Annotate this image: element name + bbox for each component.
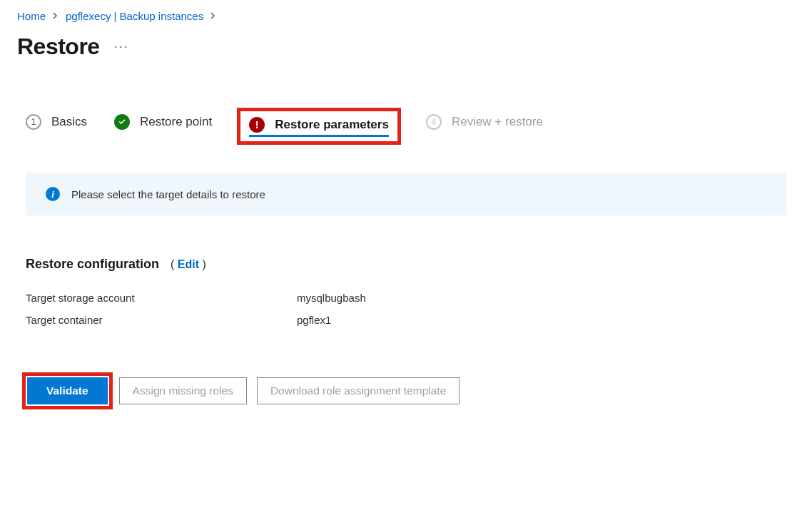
more-menu-icon[interactable]: ···: [114, 39, 129, 54]
step-label: Basics: [51, 115, 87, 129]
page-header: Restore ···: [0, 26, 812, 60]
restore-configuration-section: Restore configuration ( Edit ) Target st…: [26, 257, 786, 326]
row-target-container: Target container pgflex1: [26, 314, 786, 326]
chevron-right-icon: [210, 11, 216, 21]
download-role-assignment-template-button[interactable]: Download role assignment template: [257, 377, 460, 404]
edit-link[interactable]: Edit: [178, 258, 199, 270]
validate-highlight: Validate: [26, 376, 109, 406]
step-number-icon: 4: [426, 114, 442, 130]
row-value: pgflex1: [297, 314, 331, 326]
page-title: Restore: [17, 34, 100, 60]
chevron-right-icon: [53, 11, 59, 21]
breadcrumb-home[interactable]: Home: [17, 10, 46, 22]
error-circle-icon: !: [249, 117, 265, 133]
step-restore-parameters[interactable]: ! Restore parameters: [239, 110, 399, 143]
breadcrumb: Home pgflexecy | Backup instances: [0, 0, 812, 26]
row-key: Target storage account: [26, 292, 297, 304]
assign-missing-roles-button[interactable]: Assign missing roles: [119, 377, 247, 404]
breadcrumb-resource[interactable]: pgflexecy | Backup instances: [66, 10, 203, 22]
section-heading: Restore configuration: [26, 257, 159, 272]
row-target-storage-account: Target storage account mysqlbugbash: [26, 292, 786, 304]
step-label: Restore parameters: [275, 118, 389, 132]
info-banner: i Please select the target details to re…: [26, 173, 786, 215]
step-label: Review + restore: [452, 115, 543, 129]
check-circle-icon: [114, 114, 130, 130]
footer-buttons: Validate Assign missing roles Download r…: [26, 376, 786, 406]
config-rows: Target storage account mysqlbugbash Targ…: [26, 292, 786, 326]
step-restore-point[interactable]: Restore point: [114, 114, 212, 138]
row-key: Target container: [26, 314, 297, 326]
info-banner-text: Please select the target details to rest…: [71, 188, 265, 200]
section-header: Restore configuration ( Edit ): [26, 257, 786, 272]
row-value: mysqlbugbash: [297, 292, 366, 304]
edit-wrapper: ( Edit ): [171, 258, 206, 271]
info-icon: i: [46, 187, 60, 201]
wizard-stepper: 1 Basics Restore point ! Restore paramet…: [26, 110, 786, 143]
validate-button[interactable]: Validate: [27, 377, 108, 404]
step-review-restore[interactable]: 4 Review + restore: [426, 114, 543, 138]
step-number-icon: 1: [26, 114, 41, 130]
step-label: Restore point: [140, 115, 212, 129]
step-basics[interactable]: 1 Basics: [26, 114, 87, 138]
